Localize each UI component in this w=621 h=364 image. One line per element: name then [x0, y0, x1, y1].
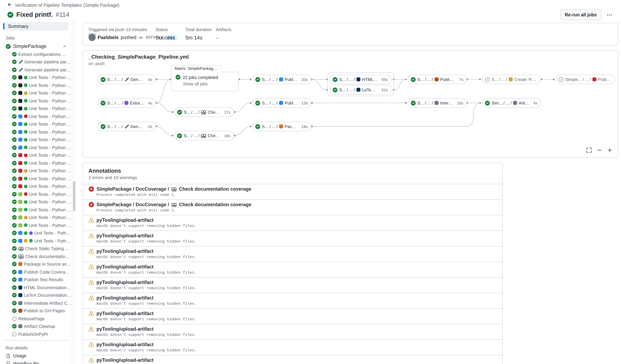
sidebar-item-job-15[interactable]: Unit Tests - Python 3.10 [3, 159, 72, 167]
annotation-message: macOS doesn't support removing hidden fi… [97, 333, 497, 337]
node-label: Create 'Release Pa... [514, 77, 537, 82]
zoom-in-button[interactable] [606, 147, 613, 154]
sidebar-item-job-6[interactable]: Unit Tests - Python 3.11 [3, 89, 72, 97]
sidebar-item-job-14[interactable]: Unit Tests - Python 3.9 [3, 151, 72, 159]
annotation-row-12[interactable]: pyTooling/upload-artifactmacOS doesn't s… [83, 355, 502, 364]
sidebar-item-usage[interactable]: Usage [3, 352, 72, 360]
books-icon [434, 77, 439, 81]
annotation-row-4[interactable]: pyTooling/upload-artifactmacOS doesn't s… [83, 230, 502, 246]
annotation-row-1[interactable]: SimplePackage / DocCoverage /Check docum… [83, 184, 502, 199]
sidebar-item-job-9[interactable]: Unit Tests - Python 3.9 [3, 112, 72, 120]
artifacts-label: Artifacts [216, 27, 231, 32]
windows-icon [18, 130, 22, 134]
graph-node-extract-configurations[interactable]: S... / ... /Extract configur...4s [98, 98, 156, 108]
sidebar-item-workflow-file[interactable]: Workflow file [3, 360, 72, 364]
sidebar-item-job-33[interactable]: Intermediate Artifact Cleanup [3, 299, 72, 307]
job-label: Generate pipeline parameters [24, 60, 72, 64]
annotation-row-8[interactable]: pyTooling/upload-artifactmacOS doesn't s… [83, 293, 502, 308]
sidebar-item-job-5[interactable]: Unit Tests - Python 3.10 [3, 81, 72, 89]
fullscreen-button[interactable] [586, 147, 592, 154]
sidebar-item-job-24[interactable]: Unit Tests - Python 3.12 [3, 229, 72, 237]
books-icon [18, 309, 22, 313]
breadcrumb[interactable]: Verification of Pipeline Templates (Simp… [7, 2, 120, 8]
sidebar-item-job-34[interactable]: Publish to GH-Pages [3, 307, 72, 315]
sidebar-item-job-26[interactable]: Check Static Typing using Pyt... [3, 245, 72, 253]
sidebar-item-job-31[interactable]: HTML Documentation using ... [3, 284, 72, 291]
sidebar-group-simplepackage[interactable]: SimplePackage [3, 42, 71, 50]
graph-node-publish-test-results[interactable]: S... / ... /Publish Test Re...13s [252, 98, 311, 108]
annotation-row-5[interactable]: pyTooling/upload-artifactmacOS doesn't s… [83, 246, 502, 262]
eyes-icon [172, 187, 177, 191]
notebook-icon [356, 77, 360, 81]
annotation-row-3[interactable]: pyTooling/upload-artifactmacOS doesn't s… [83, 215, 502, 230]
node-prefix: S... / ... / [184, 110, 199, 114]
workflow-file-label: Workflow file [13, 361, 39, 364]
graph-node-package-in-source[interactable]: S... / ... /Package in Sou...18s [252, 122, 311, 131]
graph-node-generate-pipeline-1[interactable]: S... / ... /Generate pipelin...0s [98, 75, 156, 84]
sidebar-item-job-16[interactable]: Unit Tests - Python 3.11 [3, 167, 72, 175]
sidebar-scrollbar[interactable] [72, 18, 76, 364]
annotation-row-10[interactable]: pyTooling/upload-artifactmacOS doesn't s… [83, 324, 502, 339]
sidebar-item-job-32[interactable]: LaTeX Documentation using ... [3, 291, 72, 299]
sidebar-item-job-20[interactable]: Unit Tests - Python 3.10 [3, 198, 72, 206]
sidebar-item-job-3[interactable]: Generate pipeline parameters [3, 66, 72, 74]
sidebar-item-job-2[interactable]: Generate pipeline parameters [3, 58, 72, 66]
sidebar-item-job-4[interactable]: Unit Tests - Python 3.9 [3, 74, 72, 82]
graph-node-html-documentation[interactable]: S... / ... /HTML Docume...55s [330, 75, 392, 84]
node-prefix: S... / ... / [339, 87, 355, 92]
chevron-up-icon[interactable] [62, 44, 67, 49]
node-prefix: S... / ... / [107, 101, 123, 105]
sidebar-item-job-18[interactable]: Unit Tests - Python 3.13 [3, 183, 72, 190]
actor-avatar[interactable] [88, 34, 96, 41]
graph-node-publish-to-pypi[interactable]: Simple... / ... /Publish to PyPI [556, 75, 615, 84]
run-summary-card: Triggered via push 13 minutes ago Paebbe… [83, 23, 618, 45]
python-version-dot [24, 169, 28, 173]
sidebar-item-job-27[interactable]: Check documentation covera... [3, 252, 72, 260]
sidebar-item-job-1[interactable]: Extract configurations from p... [3, 50, 72, 58]
graph-node-publish-code-coverage[interactable]: S... / ... /Publish Code C...20s [252, 75, 311, 84]
annotation-message: macOS doesn't support removing hidden fi… [97, 270, 497, 275]
actor-name[interactable]: Paebbels [98, 35, 119, 40]
graph-node-artifact-cleanup[interactable]: Sim... / ... /Artifact Cleanup4s [482, 98, 541, 108]
annotation-title: pyTooling/upload-artifact [97, 248, 154, 254]
sidebar-item-summary[interactable]: Summary [3, 22, 69, 31]
scrollbar-thumb[interactable] [73, 181, 75, 211]
sidebar-item-job-10[interactable]: Unit Tests - Python 3.10 [3, 120, 72, 128]
graph-node-create-release-page[interactable]: S... / ... /Create 'Release Pa... [482, 75, 541, 84]
sidebar-item-job-25[interactable]: Unit Tests - Python 3.12 [3, 237, 72, 245]
sidebar-item-job-11[interactable]: Unit Tests - Python 3.11 [3, 128, 72, 136]
sidebar-item-job-29[interactable]: Publish Code Coverage Results [3, 268, 72, 276]
eyes-icon [201, 134, 206, 138]
python-version-dot [24, 200, 28, 204]
graph-node-check-documentation-coverage[interactable]: S... / ... /Check docume...18s [174, 131, 234, 140]
node-label: Check Static Ty... [208, 110, 220, 114]
graph-node-generate-pipeline-2[interactable]: S... / ... /Generate pipelin...0s [98, 122, 156, 131]
sidebar-item-job-17[interactable]: Unit Tests - Python 3.12 [3, 175, 72, 183]
zoom-out-button[interactable] [596, 147, 603, 154]
sidebar-item-job-36[interactable]: Artifact Cleanup [3, 323, 72, 330]
graph-node-latex-documentation[interactable]: S... / ... /LaTeX Docume...51s [330, 85, 392, 95]
annotation-title: pyTooling/upload-artifact [97, 357, 154, 363]
annotations-header: Annotations 2 errors and 10 warnings [83, 163, 502, 184]
sidebar-item-job-30[interactable]: Publish Test Results [3, 276, 72, 284]
graph-node-publish-to-gh-pages[interactable]: S... / ... /Publish to GH-P...7s [408, 75, 467, 84]
sidebar-item-job-12[interactable]: Unit Tests - Python 3.12 [3, 136, 72, 144]
sidebar-item-job-28[interactable]: Package in Source and Wheel... [3, 260, 72, 268]
sidebar-item-job-19[interactable]: Unit Tests - Python 3.9 [3, 190, 72, 198]
sidebar-item-job-8[interactable]: Unit Tests - Python 3.13 [3, 105, 72, 113]
annotation-row-6[interactable]: pyTooling/upload-artifactmacOS doesn't s… [83, 262, 502, 277]
sidebar-item-job-7[interactable]: Unit Tests - Python 3.12 [3, 97, 72, 105]
graph-node-check-static-typing[interactable]: S... / ... /Check Static Ty...17s [174, 107, 234, 117]
annotation-row-7[interactable]: pyTooling/upload-artifactmacOS doesn't s… [83, 277, 502, 293]
sidebar-item-job-21[interactable]: Unit Tests - Python 3.11 [3, 206, 72, 214]
sidebar-item-job-35[interactable]: ReleasePage [3, 315, 72, 323]
graph-node-intermediate-artifact-cleanup[interactable]: S... / ... /Intermediate A...16s [408, 98, 467, 108]
python-version-dot [24, 208, 28, 211]
sidebar-item-job-37[interactable]: PublishOnPyPI [3, 330, 72, 338]
annotation-row-9[interactable]: pyTooling/upload-artifactmacOS doesn't s… [83, 308, 502, 324]
annotation-row-11[interactable]: pyTooling/upload-artifactmacOS doesn't s… [83, 339, 502, 355]
sidebar-item-job-23[interactable]: Unit Tests - Python 3.13 [3, 221, 72, 229]
annotation-row-2[interactable]: SimplePackage / DocCoverage /Check docum… [83, 199, 502, 215]
sidebar-item-job-22[interactable]: Unit Tests - Python 3.12 [3, 214, 72, 222]
sidebar-item-job-13[interactable]: Unit Tests - Python 3.13 [3, 144, 72, 151]
